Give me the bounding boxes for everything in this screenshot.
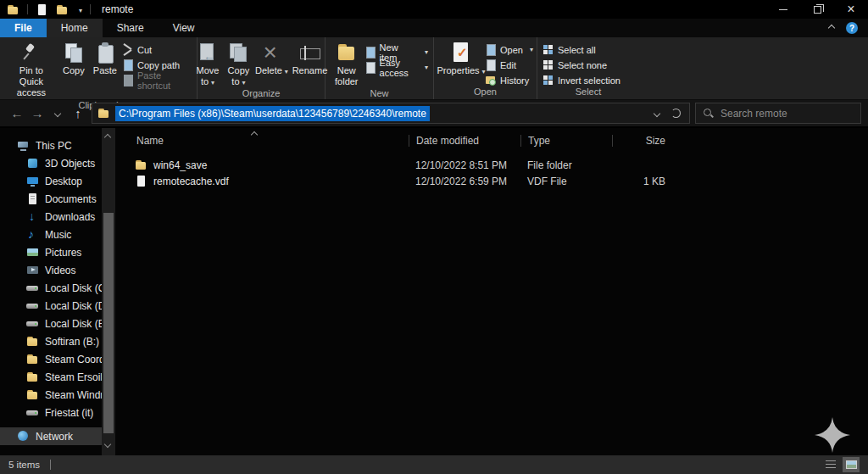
chevron-down-icon [54, 109, 61, 116]
scroll-down-icon[interactable] [104, 441, 111, 448]
sidebar-item-steam-windrlex[interactable]: Steam Windrlex [0, 386, 103, 404]
back-button[interactable]: ← [7, 103, 27, 124]
restore-button[interactable] [800, 0, 834, 19]
address-dropdown-icon[interactable] [654, 109, 660, 116]
scroll-up-icon[interactable] [104, 134, 111, 141]
close-button[interactable] [834, 0, 868, 19]
column-header-type[interactable]: Type [520, 135, 612, 147]
details-view-button[interactable] [822, 457, 839, 472]
tab-home[interactable]: Home [47, 19, 103, 37]
sidebar-item-local-disk-c[interactable]: Local Disk (C:) [0, 279, 103, 297]
new-folder-shortcut-icon[interactable] [56, 3, 69, 16]
column-header-size[interactable]: Size [612, 135, 676, 147]
ribbon: Pin to Quick access Copy Paste Cut Copy … [0, 37, 868, 100]
cut-icon [122, 44, 133, 55]
cut-button[interactable]: Cut [122, 43, 192, 56]
address-bar[interactable]: C:\Program Files (x86)\Steam\userdata\12… [92, 103, 690, 124]
search-box[interactable] [695, 103, 861, 124]
status-bar: 5 items [0, 455, 868, 474]
select-all-button[interactable]: Select all [542, 43, 620, 56]
desktop-icon [26, 175, 39, 187]
sidebar-item-documents[interactable]: Documents [0, 190, 103, 208]
easy-access-button[interactable]: Easy access [364, 61, 428, 74]
new-folder-icon [336, 42, 358, 64]
sidebar-item-network[interactable]: Network [0, 427, 103, 445]
group-label-new: New [326, 88, 433, 99]
quick-access-toolbar: remote [0, 3, 133, 16]
file-row-win64-save[interactable]: win64_save 12/10/2022 8:51 PM File folde… [116, 157, 868, 173]
folder-icon [135, 159, 147, 171]
sidebar-item-downloads[interactable]: Downloads [0, 208, 103, 226]
copy-path-icon [122, 59, 133, 70]
sidebar-scrollbar[interactable] [102, 128, 115, 455]
history-button[interactable]: History [485, 74, 533, 86]
sidebar-item-videos[interactable]: Videos [0, 261, 103, 279]
properties-button[interactable]: Properties [439, 41, 483, 77]
open-button[interactable]: Open [485, 43, 533, 56]
folder-icon [26, 388, 39, 401]
drive-icon [26, 406, 39, 419]
minimize-button[interactable] [766, 0, 800, 19]
sparkle-icon [814, 416, 851, 454]
copy-button[interactable]: Copy [59, 41, 88, 77]
rename-button[interactable]: Rename [290, 41, 329, 77]
sidebar-item-3d-objects[interactable]: 3D Objects [0, 154, 103, 172]
easy-access-icon [364, 62, 376, 73]
move-to-icon [197, 42, 219, 64]
customize-toolbar-icon[interactable] [76, 3, 82, 15]
copy-to-icon [227, 42, 249, 64]
thumbnail-view-button[interactable] [843, 457, 860, 472]
paste-shortcut-button[interactable]: Paste shortcut [122, 74, 192, 86]
restore-icon [814, 6, 821, 14]
tab-view[interactable]: View [159, 19, 209, 37]
download-icon [26, 210, 39, 223]
details-view-icon [826, 460, 836, 469]
sidebar-item-local-disk-e[interactable]: Local Disk (E:) [0, 315, 103, 332]
scrollbar-thumb[interactable] [103, 213, 114, 433]
up-button[interactable]: ↑ [68, 103, 88, 124]
sidebar-item-steam-ersoili[interactable]: Steam Ersoili [0, 368, 103, 386]
close-icon [847, 3, 854, 16]
delete-button[interactable]: Delete [254, 41, 288, 77]
collapse-ribbon-icon[interactable] [828, 25, 835, 31]
sidebar-item-desktop[interactable]: Desktop [0, 172, 103, 190]
sidebar-item-softiran[interactable]: Softiran (B:) [0, 332, 103, 350]
forward-button[interactable]: → [27, 103, 47, 124]
drive-icon [26, 282, 39, 294]
sidebar-item-music[interactable]: Music [0, 226, 103, 243]
invert-selection-button[interactable]: Invert selection [542, 74, 620, 86]
properties-shortcut-icon[interactable] [36, 3, 48, 16]
tab-file[interactable]: File [0, 19, 47, 37]
separator [90, 4, 91, 14]
group-label-select: Select [537, 86, 639, 99]
app-folder-icon [7, 3, 19, 16]
select-none-button[interactable]: Select none [542, 59, 620, 71]
sidebar-item-this-pc[interactable]: This PC [0, 137, 103, 154]
pin-to-quick-access-button[interactable]: Pin to Quick access [5, 41, 58, 100]
copy-to-button[interactable]: Copy to [224, 41, 253, 88]
new-folder-button[interactable]: New folder [331, 41, 363, 88]
column-header-name[interactable]: Name [116, 135, 409, 147]
group-label-organize: Organize [198, 88, 325, 99]
title-bar: remote [0, 0, 868, 19]
search-input[interactable] [721, 108, 854, 120]
sidebar-item-local-disk-d[interactable]: Local Disk (D:) [0, 297, 103, 315]
address-path-selected[interactable]: C:\Program Files (x86)\Steam\userdata\12… [115, 106, 430, 121]
sidebar-item-pictures[interactable]: Pictures [0, 243, 103, 261]
column-header-date-modified[interactable]: Date modified [409, 135, 520, 147]
edit-button[interactable]: Edit [485, 59, 533, 71]
sidebar-item-steam-coordina[interactable]: Steam Coordina [0, 350, 103, 368]
thumbnail-view-icon [846, 460, 857, 469]
refresh-icon[interactable] [671, 109, 681, 118]
open-icon [485, 44, 496, 55]
recent-locations-button[interactable] [47, 103, 68, 124]
sidebar-item-friestat[interactable]: Friestat (it) [0, 404, 103, 421]
main-area: This PC 3D Objects Desktop Documents Dow… [0, 128, 868, 455]
help-icon[interactable]: ? [846, 22, 858, 34]
move-to-button[interactable]: Move to [193, 41, 223, 88]
paste-button[interactable]: Paste [90, 41, 120, 77]
file-row-remotecache[interactable]: remotecache.vdf 12/10/2022 6:59 PM VDF F… [116, 173, 868, 189]
picture-icon [26, 246, 39, 259]
document-icon [26, 192, 39, 205]
tab-share[interactable]: Share [103, 19, 159, 37]
